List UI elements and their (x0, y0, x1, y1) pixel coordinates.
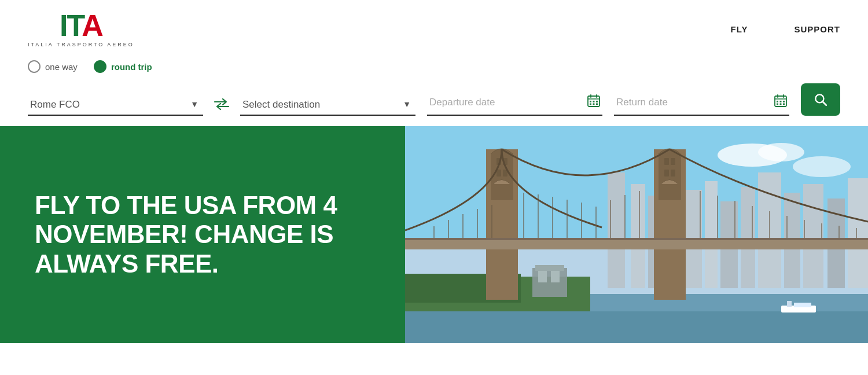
round-trip-label: round trip (111, 62, 152, 72)
origin-select[interactable]: Rome FCO (28, 94, 203, 116)
logo-letters: ITA (60, 10, 102, 41)
destination-field: Select destination ▼ (240, 94, 415, 116)
one-way-radio[interactable] (28, 60, 41, 73)
logo-i: I (60, 9, 67, 42)
svg-point-26 (793, 156, 851, 177)
logo-a: A (82, 9, 102, 42)
svg-rect-15 (780, 101, 782, 102)
svg-rect-80 (405, 239, 868, 249)
trip-type-row: one way round trip (28, 60, 840, 73)
header: ITA ITALIA TRASPORTO AEREO FLY SUPPORT (0, 0, 868, 47)
return-date-input-row[interactable]: Return date (614, 90, 789, 116)
swap-icon (214, 98, 230, 110)
svg-rect-55 (671, 170, 675, 177)
svg-rect-84 (538, 271, 547, 282)
svg-rect-7 (590, 104, 591, 105)
origin-field: Rome FCO ▼ (28, 94, 203, 116)
logo-t: T (67, 9, 82, 42)
destination-select[interactable]: Select destination (240, 94, 415, 116)
hero-section: FLY TO THE USA FROM 4 NOVEMBER! CHANGE I… (0, 126, 868, 343)
search-button[interactable] (801, 83, 840, 116)
return-date-placeholder: Return date (616, 97, 770, 108)
svg-rect-54 (664, 170, 669, 177)
svg-rect-19 (783, 104, 785, 105)
search-icon (813, 92, 828, 107)
svg-rect-9 (596, 104, 598, 105)
departure-calendar-icon[interactable] (587, 94, 600, 110)
svg-rect-83 (535, 265, 564, 271)
svg-rect-4 (590, 101, 591, 102)
svg-rect-5 (593, 101, 595, 102)
svg-point-25 (758, 143, 804, 161)
swap-button[interactable] (203, 98, 240, 116)
svg-rect-45 (491, 154, 513, 200)
svg-rect-87 (787, 301, 792, 307)
svg-rect-43 (848, 178, 868, 288)
svg-rect-14 (777, 101, 778, 102)
logo-subtitle: ITALIA TRASPORTO AEREO (28, 42, 134, 47)
svg-rect-81 (405, 238, 868, 240)
svg-rect-85 (551, 271, 560, 282)
hero-bridge-image (405, 126, 868, 343)
svg-rect-36 (705, 181, 718, 288)
departure-date-field: Departure date (427, 90, 602, 116)
round-trip-radio[interactable] (94, 60, 106, 73)
hero-text-panel: FLY TO THE USA FROM 4 NOVEMBER! CHANGE I… (0, 126, 405, 343)
svg-rect-82 (532, 268, 567, 297)
round-trip-option[interactable]: round trip (94, 60, 152, 73)
one-way-option[interactable]: one way (28, 60, 78, 73)
svg-rect-17 (777, 104, 778, 105)
svg-rect-32 (631, 184, 645, 288)
nav-support[interactable]: SUPPORT (794, 24, 840, 34)
search-area: one way round trip Rome FCO ▼ Select des… (0, 47, 868, 126)
svg-rect-38 (741, 187, 755, 288)
svg-rect-53 (671, 158, 675, 165)
departure-date-input-row[interactable]: Departure date (427, 90, 602, 116)
svg-rect-16 (783, 101, 785, 102)
hero-headline: FLY TO THE USA FROM 4 NOVEMBER! CHANGE I… (35, 191, 370, 279)
svg-rect-18 (780, 104, 782, 105)
svg-line-21 (823, 102, 826, 105)
one-way-label: one way (45, 62, 78, 72)
svg-rect-8 (593, 104, 595, 105)
hero-image-panel (405, 126, 868, 343)
svg-rect-28 (405, 311, 868, 343)
svg-rect-88 (794, 303, 811, 307)
svg-rect-51 (659, 154, 681, 200)
search-fields: Rome FCO ▼ Select destination ▼ Departur… (28, 83, 840, 116)
svg-rect-41 (803, 184, 823, 288)
return-calendar-icon[interactable] (774, 94, 787, 110)
logo: ITA ITALIA TRASPORTO AEREO (28, 10, 134, 47)
main-nav: FLY SUPPORT (731, 24, 840, 34)
svg-rect-6 (596, 101, 598, 102)
svg-rect-52 (664, 158, 669, 165)
return-date-field: Return date (614, 90, 789, 116)
departure-date-placeholder: Departure date (429, 97, 583, 108)
nav-fly[interactable]: FLY (731, 24, 748, 34)
